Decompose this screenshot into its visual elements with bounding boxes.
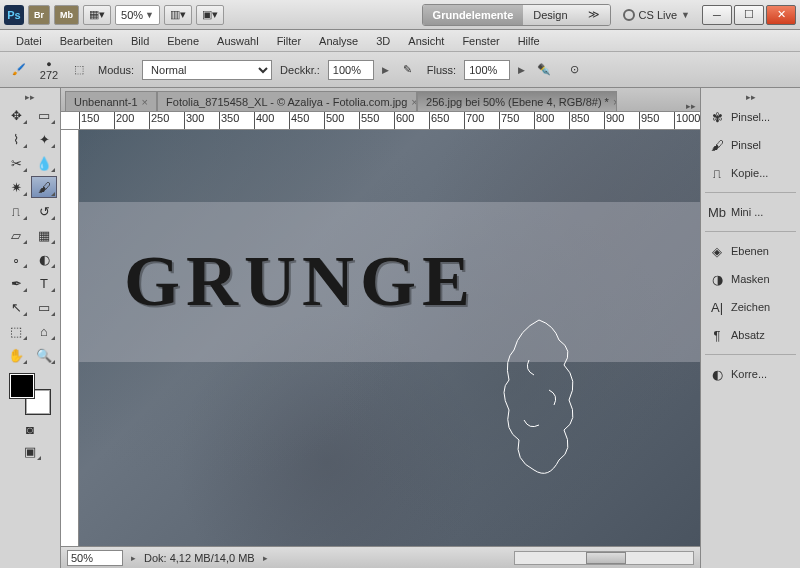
eraser-tool[interactable]: ▱ [3, 224, 29, 246]
arrange-button[interactable]: ▥▾ [164, 5, 192, 25]
airbrush-icon[interactable]: ✒️ [533, 59, 555, 81]
path-tool[interactable]: ↖ [3, 296, 29, 318]
minibridge-button[interactable]: Mb [54, 5, 79, 25]
pen-tool[interactable]: ✒ [3, 272, 29, 294]
eyedropper-tool[interactable]: 💧 [31, 152, 57, 174]
tablet-opacity-icon[interactable]: ✎ [397, 59, 419, 81]
blur-tool[interactable]: ∘ [3, 248, 29, 270]
type-tool[interactable]: T [31, 272, 57, 294]
workspace-more[interactable]: ≫ [578, 5, 610, 25]
panel-clone[interactable]: ⎍Kopie... [703, 160, 798, 186]
crop-tool[interactable]: ✂ [3, 152, 29, 174]
menu-bearbeiten[interactable]: Bearbeiten [52, 32, 121, 50]
brush-panel-toggle[interactable]: ⬚ [68, 59, 90, 81]
menu-analyse[interactable]: Analyse [311, 32, 366, 50]
panel-label: Mini ... [731, 206, 763, 218]
dodge-tool[interactable]: ◐ [31, 248, 57, 270]
workspace-other[interactable]: Design [523, 5, 577, 25]
canvas-area: GRUNGE [61, 130, 700, 546]
marquee-tool[interactable]: ▭ [31, 104, 57, 126]
color-swatch[interactable] [10, 374, 50, 414]
zoom-dropdown[interactable]: 50% ▼ [115, 5, 160, 25]
minimize-button[interactable]: ─ [702, 5, 732, 25]
chevron-down-icon[interactable]: ▶ [518, 65, 525, 75]
opacity-field[interactable]: 100% [328, 60, 374, 80]
brush-icon: 🖌 [709, 137, 725, 153]
menu-ansicht[interactable]: Ansicht [400, 32, 452, 50]
close-icon[interactable]: × [613, 96, 617, 108]
zoom-tool[interactable]: 🔍 [31, 344, 57, 366]
foreground-color[interactable] [10, 374, 34, 398]
screen-mode-button[interactable]: ▣▾ [196, 5, 224, 25]
close-button[interactable]: ✕ [766, 5, 796, 25]
3d-camera-tool[interactable]: ⌂ [31, 320, 57, 342]
menu-hilfe[interactable]: Hilfe [510, 32, 548, 50]
shape-tool[interactable]: ▭ [31, 296, 57, 318]
close-icon[interactable]: × [142, 96, 148, 108]
maximize-button[interactable]: ☐ [734, 5, 764, 25]
canvas-text: GRUNGE [124, 240, 476, 323]
menu-3d[interactable]: 3D [368, 32, 398, 50]
fluss-label: Fluss: [427, 64, 456, 76]
scrollbar-thumb[interactable] [586, 552, 626, 564]
tabs-overflow-icon[interactable]: ▸▸ [686, 101, 696, 111]
history-brush-tool[interactable]: ↺ [31, 200, 57, 222]
collapse-panels-icon[interactable]: ▸▸ [746, 92, 756, 102]
bridge-button[interactable]: Br [28, 5, 50, 25]
scrollbar-horizontal[interactable] [514, 551, 694, 565]
menu-datei[interactable]: Datei [8, 32, 50, 50]
panel-char[interactable]: A|Zeichen [703, 294, 798, 320]
collapse-tools-icon[interactable]: ▸▸ [25, 92, 35, 102]
menubar: Datei Bearbeiten Bild Ebene Auswahl Filt… [0, 30, 800, 52]
chevron-icon[interactable]: ▸ [131, 553, 136, 563]
screenmode-button[interactable]: ▣ [17, 440, 43, 462]
panel-label: Korre... [731, 368, 767, 380]
workspace: ▸▸ ✥ ▭ ⌇ ✦ ✂ 💧 ✷ 🖌 ⎍ ↺ ▱ ▦ ∘ ◐ ✒ T ↖ ▭ ⬚… [0, 88, 800, 568]
lasso-tool[interactable]: ⌇ [3, 128, 29, 150]
panel-brushpresets[interactable]: ✾Pinsel... [703, 104, 798, 130]
workspace-active[interactable]: Grundelemente [423, 5, 524, 25]
menu-filter[interactable]: Filter [269, 32, 309, 50]
menu-fenster[interactable]: Fenster [454, 32, 507, 50]
hand-tool[interactable]: ✋ [3, 344, 29, 366]
move-tool[interactable]: ✥ [3, 104, 29, 126]
brush-preset-picker[interactable]: ●272 [38, 59, 60, 81]
options-bar: 🖌️ ●272 ⬚ Modus: Normal Deckkr.: 100% ▶ … [0, 52, 800, 88]
menu-auswahl[interactable]: Auswahl [209, 32, 267, 50]
heal-tool[interactable]: ✷ [3, 176, 29, 198]
canvas[interactable]: GRUNGE [79, 130, 700, 546]
status-bar: 50% ▸ Dok: 4,12 MB/14,0 MB ▸ [61, 546, 700, 568]
deckk-label: Deckkr.: [280, 64, 320, 76]
tool-preset-icon[interactable]: 🖌️ [8, 59, 30, 81]
titlebar: Ps Br Mb ▦▾ 50% ▼ ▥▾ ▣▾ Grundelemente De… [0, 0, 800, 30]
quickmask-button[interactable]: ◙ [17, 418, 43, 440]
panel-mb[interactable]: MbMini ... [703, 199, 798, 225]
chevron-down-icon[interactable]: ▶ [382, 65, 389, 75]
doc-tab-active[interactable]: 256.jpg bei 50% (Ebene 4, RGB/8#) *× [417, 91, 617, 111]
doc-info[interactable]: Dok: 4,12 MB/14,0 MB [144, 552, 255, 564]
cslive-button[interactable]: CS Live ▼ [623, 9, 690, 21]
chevron-icon[interactable]: ▸ [263, 553, 268, 563]
ruler-horizontal[interactable]: 1502002503003504004505005506006507007508… [61, 112, 700, 130]
zoom-field[interactable]: 50% [67, 550, 123, 566]
panel-adjust[interactable]: ◐Korre... [703, 361, 798, 387]
panel-masks[interactable]: ◑Masken [703, 266, 798, 292]
view-extras-button[interactable]: ▦▾ [83, 5, 111, 25]
gradient-tool[interactable]: ▦ [31, 224, 57, 246]
brush-tool[interactable]: 🖌 [31, 176, 57, 198]
doc-tab[interactable]: Fotolia_8715458_XL - © Azaliya - Fotolia… [157, 91, 417, 111]
tablet-size-icon[interactable]: ⊙ [563, 59, 585, 81]
blend-mode-select[interactable]: Normal [142, 60, 272, 80]
panel-para[interactable]: ¶Absatz [703, 322, 798, 348]
menu-bild[interactable]: Bild [123, 32, 157, 50]
panel-layers[interactable]: ◈Ebenen [703, 238, 798, 264]
wand-tool[interactable]: ✦ [31, 128, 57, 150]
char-icon: A| [709, 299, 725, 315]
panel-brush[interactable]: 🖌Pinsel [703, 132, 798, 158]
menu-ebene[interactable]: Ebene [159, 32, 207, 50]
stamp-tool[interactable]: ⎍ [3, 200, 29, 222]
doc-tab[interactable]: Unbenannt-1× [65, 91, 157, 111]
ruler-vertical[interactable] [61, 130, 79, 546]
3d-tool[interactable]: ⬚ [3, 320, 29, 342]
flow-field[interactable]: 100% [464, 60, 510, 80]
